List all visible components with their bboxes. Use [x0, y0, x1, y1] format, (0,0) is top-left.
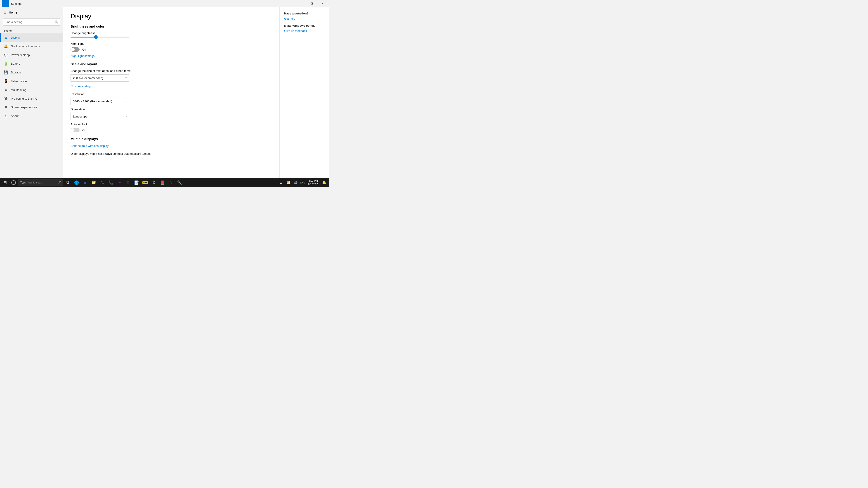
brightness-slider[interactable] [70, 37, 129, 37]
sticky-icon[interactable]: 📝 [132, 178, 141, 187]
scale-heading: Scale and layout [70, 62, 272, 66]
sidebar-item-label: Projecting to this PC [11, 97, 37, 100]
feedback-heading: Make Windows better. [284, 24, 324, 27]
back-button[interactable]: ← [2, 0, 9, 7]
system-clock[interactable]: 4:01 PM 8/1/2017 [306, 179, 320, 186]
scale-value: 250% (Recommended) [73, 76, 103, 80]
app10-icon[interactable]: 📕 [158, 178, 166, 187]
sidebar-item-label: Notifications & actions [11, 44, 40, 48]
taskbar-tray: ▲ 📶 🔊 ENG [278, 178, 306, 187]
sidebar-item-shared[interactable]: ✖ Shared experiences [0, 103, 63, 111]
tablet-icon: 📱 [4, 79, 8, 84]
sidebar-item-storage[interactable]: 💾 Storage [0, 68, 63, 77]
rotation-lock-label: Rotation lock [70, 123, 272, 126]
settings-icon[interactable]: ⚙ [150, 178, 158, 187]
orientation-dropdown[interactable]: Landscape ▾ [70, 113, 129, 120]
multiple-displays-heading: Multiple displays [70, 137, 272, 141]
get-help-link[interactable]: Get help [284, 17, 324, 20]
volume-icon[interactable]: 🔊 [292, 178, 299, 187]
projecting-icon: 📽 [4, 96, 8, 101]
scale-label: Change the size of text, apps, and other… [70, 69, 272, 72]
brightness-slider-container: Change brightness [70, 31, 272, 37]
resolution-dropdown-arrow: ▾ [125, 100, 127, 103]
cortana-button[interactable] [9, 178, 18, 187]
home-label: Home [9, 11, 17, 14]
toggle-knob [71, 48, 74, 51]
rotation-lock-toggle [70, 128, 80, 132]
sidebar-item-label: Tablet mode [11, 79, 27, 83]
slider-thumb[interactable] [94, 35, 98, 39]
app6-icon[interactable]: ∞ [115, 178, 123, 187]
sidebar-item-label: About [11, 114, 19, 118]
onenote-icon[interactable]: N [167, 178, 175, 187]
about-icon: ℹ [4, 114, 8, 118]
notification-badge-icon[interactable]: 99+ [141, 178, 149, 187]
notifications-icon: 🔔 [4, 44, 8, 48]
sidebar-item-label: Multitasking [11, 88, 26, 92]
sidebar-item-home[interactable]: ⌂ Home [0, 7, 63, 18]
sidebar-item-notifications[interactable]: 🔔 Notifications & actions [0, 42, 63, 51]
search-icon: 🔍 [55, 20, 58, 24]
store-icon[interactable]: 🛍 [98, 178, 106, 187]
shared-icon: ✖ [4, 105, 8, 109]
search-input[interactable] [5, 20, 55, 24]
sidebar-item-about[interactable]: ℹ About [0, 111, 63, 121]
night-light-settings-link[interactable]: Night light settings [70, 54, 94, 58]
sidebar-item-power[interactable]: ⏻ Power & sleep [0, 51, 63, 59]
minimize-button[interactable]: — [296, 0, 307, 7]
close-button[interactable]: ✕ [317, 0, 327, 7]
sidebar-item-projecting[interactable]: 📽 Projecting to this PC [0, 94, 63, 103]
sidebar-item-label: Display [11, 36, 21, 39]
skype-icon[interactable]: 📞 [107, 178, 115, 187]
keyboard-icon[interactable]: ENG [300, 178, 306, 187]
titlebar-title: Settings [11, 2, 22, 5]
wireless-display-link[interactable]: Connect to a wireless display [70, 144, 108, 148]
orientation-dropdown-arrow: ▾ [125, 115, 127, 118]
sidebar-item-label: Power & sleep [11, 53, 30, 57]
scale-dropdown-arrow: ▾ [125, 76, 127, 79]
help-question: Have a question? [284, 12, 324, 15]
ie-icon[interactable]: e [81, 178, 89, 187]
sidebar-item-battery[interactable]: 🔋 Battery [0, 59, 63, 68]
storage-icon: 💾 [4, 70, 8, 74]
sidebar-item-label: Shared experiences [11, 105, 37, 109]
taskbar-search[interactable]: Type here to search 🎤 [18, 180, 63, 186]
task-view-button[interactable]: ⧉ [64, 178, 72, 187]
sidebar: ⌂ Home 🔍 System 🖥 Display 🔔 Notification… [0, 7, 63, 178]
brightness-label: Change brightness [70, 31, 272, 35]
window-controls: — ❐ ✕ [296, 0, 327, 7]
rotation-lock-state: On [82, 129, 86, 132]
resolution-dropdown[interactable]: 3840 × 2160 (Recommended) ▾ [70, 98, 129, 105]
maximize-button[interactable]: ❐ [307, 0, 317, 7]
main-content: Display Brightness and color Change brig… [63, 7, 329, 178]
app-body: ⌂ Home 🔍 System 🖥 Display 🔔 Notification… [0, 7, 329, 178]
sidebar-item-multitasking[interactable]: ⧉ Multitasking [0, 86, 63, 94]
power-icon: ⏻ [4, 53, 8, 57]
night-light-state: Off [82, 48, 86, 51]
slider-fill [70, 37, 96, 37]
custom-scaling-link[interactable]: Custom scaling [70, 85, 91, 88]
right-panel: Have a question? Get help Make Windows b… [279, 7, 329, 178]
sidebar-item-label: Battery [11, 62, 20, 65]
mail-icon[interactable]: ✉ [124, 178, 132, 187]
sidebar-item-tablet[interactable]: 📱 Tablet mode [0, 77, 63, 86]
wifi-icon[interactable]: 📶 [285, 178, 291, 187]
chrome-icon[interactable]: 🌐 [72, 178, 81, 187]
sidebar-item-display[interactable]: 🖥 Display [0, 33, 63, 42]
show-hidden-icons[interactable]: ▲ [278, 178, 284, 187]
settings-panel: Display Brightness and color Change brig… [63, 7, 279, 178]
night-light-toggle[interactable] [70, 47, 80, 52]
explorer-icon[interactable]: 📁 [90, 178, 98, 187]
resolution-label: Resolution [70, 92, 272, 96]
scale-dropdown[interactable]: 250% (Recommended) ▾ [70, 74, 129, 82]
search-box[interactable]: 🔍 [3, 18, 60, 26]
brightness-heading: Brightness and color [70, 24, 272, 28]
clock-date: 8/1/2017 [308, 183, 318, 186]
older-displays-text: Older displays might not always connect … [70, 152, 272, 156]
start-button[interactable]: ⊞ [1, 178, 9, 187]
badge-99: 99+ [143, 181, 148, 184]
app12-icon[interactable]: 🔧 [176, 178, 184, 187]
action-center-button[interactable]: 🔔 [320, 178, 328, 187]
feedback-link[interactable]: Give us feedback [284, 29, 324, 33]
sidebar-item-label: Storage [11, 71, 21, 74]
